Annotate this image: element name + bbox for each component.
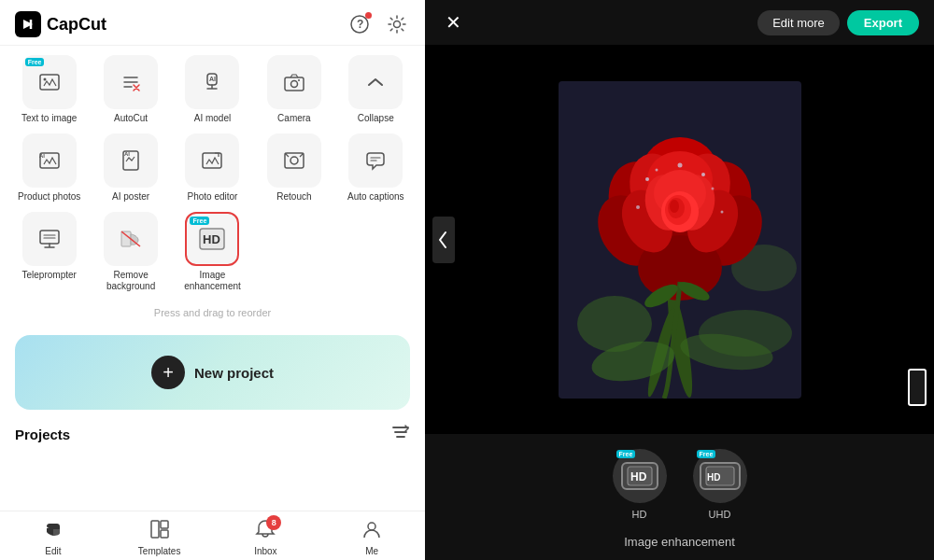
tool-retouch[interactable]: Retouch [256, 133, 332, 203]
help-button[interactable]: ? [347, 11, 373, 37]
tool-label-text-to-image: Text to image [21, 113, 77, 124]
tool-label-collapse: Collapse [358, 113, 394, 124]
nav-inbox[interactable]: 8 Inbox [237, 519, 293, 556]
svg-rect-18 [40, 231, 59, 244]
svg-point-54 [711, 187, 714, 189]
enhance-option-hd[interactable]: Free HD HD [613, 449, 667, 520]
tool-icon-ai-poster: AI [104, 133, 158, 188]
new-project-plus-icon: + [151, 356, 185, 389]
svg-point-50 [670, 200, 679, 213]
tool-label-product-photos: Product photos [18, 191, 80, 203]
free-badge-image-enhancement: Free [190, 217, 209, 225]
image-container [425, 45, 934, 434]
nav-templates[interactable]: Templates [132, 519, 188, 556]
sort-icon[interactable] [391, 425, 410, 444]
tool-product-photos[interactable]: AI Product photos [11, 133, 87, 203]
tool-ai-model[interactable]: AI AI model [175, 55, 250, 124]
inbox-badge: 8 [266, 515, 281, 530]
nav-edit-icon [43, 519, 64, 544]
tool-label-photo-editor: Photo editor [188, 191, 238, 203]
free-badge-uhd: Free [697, 450, 716, 458]
tool-auto-captions[interactable]: Auto captions [338, 133, 414, 203]
free-badge-text-to-image: Free [25, 58, 45, 66]
svg-text:HD: HD [707, 472, 720, 483]
projects-title: Projects [15, 427, 70, 442]
tool-photo-editor[interactable]: Photo editor [175, 133, 250, 203]
svg-point-10 [298, 79, 300, 81]
edit-export-group: Edit more Export [757, 10, 919, 35]
svg-point-55 [636, 205, 640, 209]
enhance-circle-uhd: Free HD [693, 449, 747, 503]
enhance-circle-hd: Free HD [613, 449, 667, 503]
svg-point-56 [720, 210, 723, 213]
tool-autocut[interactable]: AutoCut [92, 55, 168, 124]
new-project-button[interactable]: + New project [15, 335, 410, 410]
svg-text:HD: HD [630, 470, 647, 483]
svg-point-25 [368, 523, 375, 530]
enhance-option-uhd[interactable]: Free HD UHD [693, 449, 747, 520]
rose-image [559, 81, 801, 399]
app-name: CapCut [47, 15, 106, 35]
svg-rect-23 [161, 521, 168, 528]
tool-icon-text-to-image: Free [22, 55, 77, 109]
tool-icon-product-photos: AI [22, 133, 77, 188]
tool-icon-collapse [348, 55, 403, 109]
svg-point-53 [701, 173, 705, 176]
close-button[interactable]: ✕ [440, 9, 466, 35]
svg-rect-22 [151, 521, 159, 538]
right-header: ✕ Edit more Export [425, 0, 934, 45]
tool-camera[interactable]: Camera [256, 55, 332, 124]
svg-point-3 [394, 21, 401, 28]
app-header: CapCut ? [0, 0, 425, 46]
enhancement-options: Free HD HD Free [613, 449, 747, 520]
new-project-label: New project [194, 365, 274, 381]
drag-hint: Press and drag to reorder [11, 301, 414, 328]
uhd-label-icon: HD [700, 462, 741, 490]
tool-label-remove-bg: Remove background [92, 270, 168, 292]
tool-remove-bg[interactable]: Remove background [92, 212, 168, 292]
tool-text-to-image[interactable]: Free Text to image [11, 55, 87, 124]
svg-point-9 [290, 81, 297, 88]
tool-icon-photo-editor [185, 133, 239, 188]
hd-label-icon: HD [621, 462, 658, 490]
svg-point-51 [645, 177, 649, 181]
svg-text:?: ? [357, 18, 363, 31]
edit-more-button[interactable]: Edit more [757, 10, 840, 35]
tool-image-enhancement[interactable]: Free HD Image enhancement [175, 212, 250, 292]
tool-teleprompter[interactable]: Teleprompter [11, 212, 87, 292]
nav-edit-label: Edit [45, 546, 61, 556]
tools-grid-row3: Teleprompter Remove background Free [11, 212, 414, 292]
tool-label-retouch: Retouch [276, 191, 311, 203]
nav-me[interactable]: Me [344, 519, 400, 556]
tool-icon-retouch [267, 133, 321, 188]
tool-label-auto-captions: Auto captions [347, 191, 404, 203]
tool-ai-poster[interactable]: AI AI poster [92, 133, 168, 203]
svg-rect-4 [40, 75, 59, 90]
nav-edit[interactable]: Edit [25, 519, 81, 556]
tool-label-camera: Camera [277, 113, 311, 124]
left-arrow[interactable] [432, 217, 455, 263]
right-panel: ✕ Edit more Export [425, 0, 934, 560]
svg-point-57 [677, 162, 682, 167]
tool-icon-camera [267, 55, 321, 109]
trim-handle[interactable] [908, 369, 927, 406]
logo-icon [15, 11, 41, 37]
app-logo: CapCut [15, 11, 106, 37]
nav-inbox-label: Inbox [254, 546, 276, 556]
tool-label-autocut: AutoCut [114, 113, 148, 124]
svg-rect-24 [161, 530, 168, 538]
tools-grid-row1: Free Text to image AutoCut [11, 55, 414, 124]
tool-collapse[interactable]: Collapse [338, 55, 414, 124]
section-title: Image enhancement [624, 535, 735, 549]
svg-point-52 [655, 168, 658, 171]
svg-rect-19 [121, 231, 131, 246]
nav-templates-icon [149, 519, 170, 544]
tools-grid-row2: AI Product photos AI AI poster [11, 133, 414, 203]
svg-text:AI: AI [124, 151, 130, 157]
settings-button[interactable] [384, 11, 410, 37]
svg-rect-8 [285, 77, 304, 91]
export-button[interactable]: Export [847, 10, 919, 35]
tool-icon-remove-bg [104, 212, 158, 266]
tools-section: Free Text to image AutoCut [0, 46, 425, 331]
svg-point-17 [290, 157, 298, 164]
